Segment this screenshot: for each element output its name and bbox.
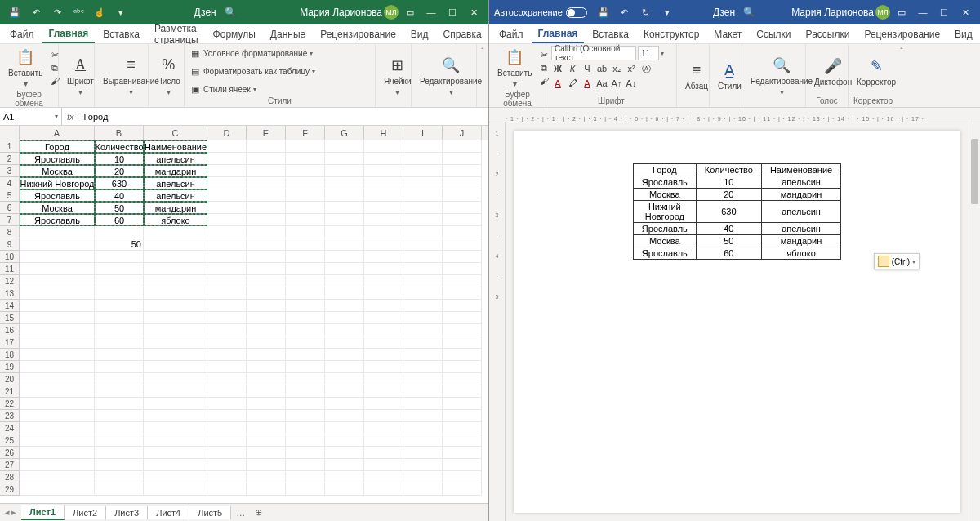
- cell[interactable]: [247, 447, 286, 459]
- cell[interactable]: [247, 312, 286, 324]
- cell[interactable]: [20, 287, 95, 300]
- dzen-label[interactable]: Дзен: [713, 7, 735, 18]
- tab-view[interactable]: Вид: [948, 26, 979, 42]
- horizontal-ruler[interactable]: · 1 · | · 2 · | · 1 · | · 2 · | · 3 · | …: [489, 108, 980, 122]
- cell[interactable]: [95, 459, 144, 471]
- cell[interactable]: мандарин: [144, 165, 207, 177]
- cell[interactable]: [286, 483, 325, 496]
- cell[interactable]: [286, 263, 325, 275]
- cell[interactable]: [207, 483, 247, 496]
- cell[interactable]: [403, 422, 443, 434]
- cell[interactable]: [286, 177, 325, 189]
- cell[interactable]: [207, 447, 247, 459]
- cell[interactable]: [403, 312, 443, 324]
- cell[interactable]: [247, 336, 286, 349]
- dzen-label[interactable]: Дзен: [194, 7, 216, 18]
- paragraph-button[interactable]: ≡Абзац: [682, 59, 711, 92]
- cell[interactable]: [443, 422, 482, 434]
- cell[interactable]: [207, 275, 247, 287]
- cell[interactable]: [20, 447, 95, 459]
- cell[interactable]: 50: [95, 202, 144, 214]
- cell[interactable]: [95, 324, 144, 336]
- cell[interactable]: [207, 165, 247, 177]
- cell[interactable]: [247, 324, 286, 336]
- col-header[interactable]: A: [20, 126, 95, 140]
- row-header[interactable]: 13: [0, 287, 20, 300]
- cell[interactable]: [207, 238, 247, 251]
- table-cell[interactable]: 630: [696, 201, 761, 223]
- cell[interactable]: [95, 410, 144, 422]
- cell[interactable]: [364, 459, 403, 471]
- cell[interactable]: [20, 275, 95, 287]
- cell[interactable]: апельсин: [144, 177, 207, 189]
- undo-icon[interactable]: ↶: [615, 2, 635, 22]
- cell[interactable]: [247, 238, 286, 251]
- toggle-icon[interactable]: [566, 7, 587, 18]
- row-header[interactable]: 11: [0, 263, 20, 275]
- cell[interactable]: [247, 300, 286, 312]
- col-header[interactable]: E: [247, 126, 286, 140]
- row-header[interactable]: 19: [0, 361, 20, 373]
- cell[interactable]: [20, 324, 95, 336]
- minimize-icon[interactable]: —: [421, 2, 441, 22]
- cell[interactable]: [144, 287, 207, 300]
- cell[interactable]: [364, 398, 403, 410]
- cell[interactable]: [247, 202, 286, 214]
- cell[interactable]: [443, 153, 482, 165]
- cell[interactable]: [247, 471, 286, 483]
- cell[interactable]: [95, 422, 144, 434]
- cell[interactable]: [443, 177, 482, 189]
- row-header[interactable]: 17: [0, 336, 20, 349]
- cell[interactable]: [443, 361, 482, 373]
- sheet-tab[interactable]: Лист2: [65, 506, 106, 519]
- cell[interactable]: [20, 434, 95, 447]
- tab-home[interactable]: Главная: [532, 25, 585, 43]
- qat-more-icon[interactable]: ▾: [111, 2, 131, 22]
- cell[interactable]: [325, 324, 364, 336]
- row-header[interactable]: 2: [0, 153, 20, 165]
- cell[interactable]: [443, 385, 482, 398]
- cell[interactable]: [207, 349, 247, 361]
- cell[interactable]: [286, 410, 325, 422]
- cell[interactable]: [403, 410, 443, 422]
- cell[interactable]: [207, 214, 247, 226]
- tab-data[interactable]: Данные: [264, 26, 312, 42]
- cell[interactable]: [325, 483, 364, 496]
- cell[interactable]: [144, 385, 207, 398]
- cell[interactable]: [443, 287, 482, 300]
- add-sheet-icon[interactable]: ⊕: [250, 507, 267, 518]
- row-header[interactable]: 6: [0, 202, 20, 214]
- cell[interactable]: [443, 447, 482, 459]
- row-header[interactable]: 25: [0, 434, 20, 447]
- cell[interactable]: [286, 447, 325, 459]
- cell[interactable]: [364, 422, 403, 434]
- shrink-font-button[interactable]: A↓: [625, 77, 638, 90]
- cell[interactable]: [325, 471, 364, 483]
- table-cell[interactable]: 50: [696, 235, 761, 247]
- cell[interactable]: [247, 189, 286, 202]
- cell[interactable]: [20, 349, 95, 361]
- cell[interactable]: [20, 422, 95, 434]
- cell[interactable]: [95, 312, 144, 324]
- cell[interactable]: апельсин: [144, 189, 207, 202]
- cell[interactable]: [403, 324, 443, 336]
- fx-icon[interactable]: fx: [62, 112, 79, 122]
- row-header[interactable]: 1: [0, 140, 20, 153]
- cell[interactable]: [207, 336, 247, 349]
- strike-button[interactable]: ab: [595, 62, 608, 75]
- cell[interactable]: [144, 410, 207, 422]
- sheet-tab[interactable]: Лист3: [106, 506, 148, 519]
- cell[interactable]: [325, 226, 364, 238]
- row-header[interactable]: 9: [0, 238, 20, 251]
- cell[interactable]: 630: [95, 177, 144, 189]
- superscript-button[interactable]: x²: [625, 62, 638, 75]
- cell[interactable]: [144, 459, 207, 471]
- table-cell[interactable]: 40: [696, 223, 761, 235]
- col-header[interactable]: F: [286, 126, 325, 140]
- cell[interactable]: [403, 349, 443, 361]
- tab-mailings[interactable]: Рассылки: [800, 26, 857, 42]
- cell[interactable]: [247, 214, 286, 226]
- select-all-corner[interactable]: [0, 126, 20, 140]
- italic-button[interactable]: К: [566, 62, 579, 75]
- cell-styles-button[interactable]: ▣Стили ячеек▾: [189, 82, 315, 96]
